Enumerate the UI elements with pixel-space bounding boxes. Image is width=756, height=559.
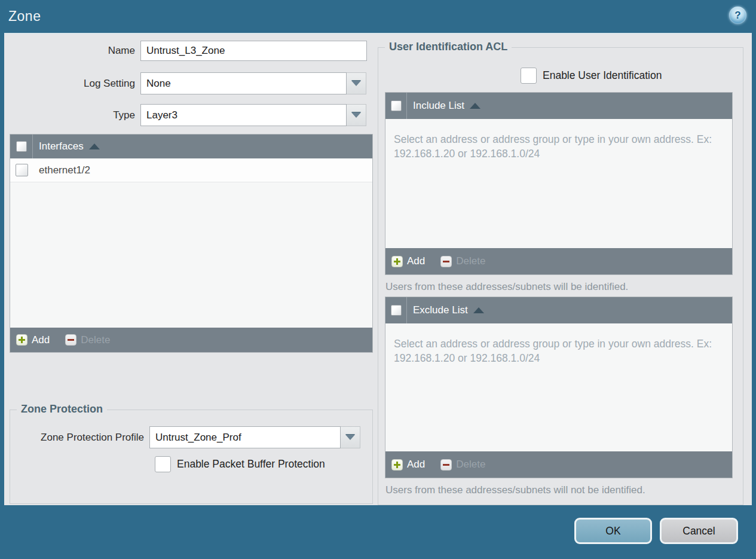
exclude-add-button[interactable]: Add [391,459,425,471]
user-identification-acl-section: User Identification ACL Enable User Iden… [378,47,743,505]
chevron-down-icon [351,81,361,86]
ok-button[interactable]: OK [574,518,652,544]
sort-ascending-icon [470,103,480,109]
interfaces-delete-button[interactable]: Delete [65,334,110,346]
include-delete-label: Delete [456,255,485,267]
type-row: Type [4,104,366,126]
interfaces-add-label: Add [32,334,50,346]
exclude-select-all-checkbox[interactable] [391,305,402,316]
include-list-toolbar: Add Delete [385,248,732,274]
exclude-list-toolbar: Add Delete [385,451,732,478]
include-list-table: Include List Select an address or addres… [385,92,733,275]
interfaces-select-all-cell [10,135,33,158]
zone-protection-profile-combo [149,426,360,448]
dialog-titlebar: Zone ? [0,0,756,33]
type-dropdown-button[interactable] [347,104,366,126]
exclude-list-header[interactable]: Exclude List [385,297,732,323]
sort-ascending-icon [89,143,100,149]
interface-row-checkbox-cell [10,164,33,176]
exclude-delete-button[interactable]: Delete [440,459,485,471]
minus-icon [65,334,76,346]
include-select-all-cell [385,93,407,119]
include-list-header[interactable]: Include List [385,93,732,119]
interface-row-label: ethernet1/2 [39,164,90,176]
log-setting-row: Log Setting [4,72,366,94]
include-list-caption: Users from these addresses/subnets will … [385,281,628,293]
log-setting-label: Log Setting [4,78,140,90]
include-select-all-checkbox[interactable] [391,100,402,111]
include-add-label: Add [407,255,425,267]
type-combo [140,104,366,126]
include-add-button[interactable]: Add [391,255,425,267]
interfaces-select-all-checkbox[interactable] [16,141,27,152]
include-list-header-label: Include List [413,100,464,112]
chevron-down-icon [351,112,361,118]
log-setting-input[interactable] [140,72,347,94]
enable-user-identification-label: Enable User Identification [543,69,662,82]
enable-user-identification-row: Enable User Identification [521,68,662,84]
interfaces-header-label: Interfaces [39,140,84,152]
minus-icon [440,256,452,267]
interfaces-table: Interfaces ethernet1/2 Add Dele [10,134,373,353]
exclude-list-caption: Users from these addresses/subnets will … [385,484,645,496]
include-list-placeholder: Select an address or address group or ty… [394,132,731,161]
zone-protection-section: Zone Protection Zone Protection Profile … [10,410,373,504]
exclude-list-table: Exclude List Select an address or addres… [385,297,733,478]
name-input[interactable] [140,41,367,61]
exclude-list-placeholder: Select an address or address group or ty… [394,337,731,365]
include-delete-button[interactable]: Delete [440,255,485,267]
dialog-content: Name Log Setting Type [4,33,752,505]
zone-protection-profile-label: Zone Protection Profile [0,432,149,444]
type-input[interactable] [140,104,347,126]
interface-row[interactable]: ethernet1/2 [10,158,372,182]
sort-ascending-icon [473,307,484,313]
chevron-down-icon [345,435,355,440]
packet-buffer-protection-row: Enable Packet Buffer Protection [155,456,325,472]
include-list-body[interactable]: Select an address or address group or ty… [385,119,732,248]
interface-row-checkbox[interactable] [16,164,28,176]
name-row: Name [4,41,367,61]
exclude-list-body[interactable]: Select an address or address group or ty… [385,323,732,451]
plus-icon [391,459,403,471]
interfaces-body: ethernet1/2 [10,158,372,328]
type-label: Type [4,109,140,121]
user-identification-acl-legend: User Identification ACL [385,41,512,53]
enable-user-identification-checkbox[interactable] [521,68,537,84]
interfaces-delete-label: Delete [81,334,110,346]
zone-dialog: Zone ? Name Log Setting Type [0,0,756,559]
packet-buffer-protection-checkbox[interactable] [155,456,171,472]
interfaces-header[interactable]: Interfaces [10,135,372,158]
help-icon[interactable]: ? [729,7,746,24]
exclude-delete-label: Delete [456,459,485,471]
zone-protection-profile-input[interactable] [149,426,341,448]
zone-protection-legend: Zone Protection [17,403,107,416]
minus-icon [440,459,452,471]
zone-protection-profile-dropdown-button[interactable] [341,426,360,448]
plus-icon [16,334,27,346]
cancel-button[interactable]: Cancel [660,518,738,544]
dialog-title: Zone [8,8,41,25]
log-setting-dropdown-button[interactable] [347,72,366,94]
name-label: Name [4,45,140,57]
log-setting-combo [140,72,366,94]
exclude-select-all-cell [385,297,407,323]
exclude-list-header-label: Exclude List [413,304,468,316]
plus-icon [391,256,403,267]
packet-buffer-protection-label: Enable Packet Buffer Protection [177,458,325,471]
interfaces-add-button[interactable]: Add [16,334,50,346]
exclude-add-label: Add [407,459,425,471]
zone-protection-profile-row: Zone Protection Profile [0,426,360,448]
interfaces-toolbar: Add Delete [10,328,372,352]
